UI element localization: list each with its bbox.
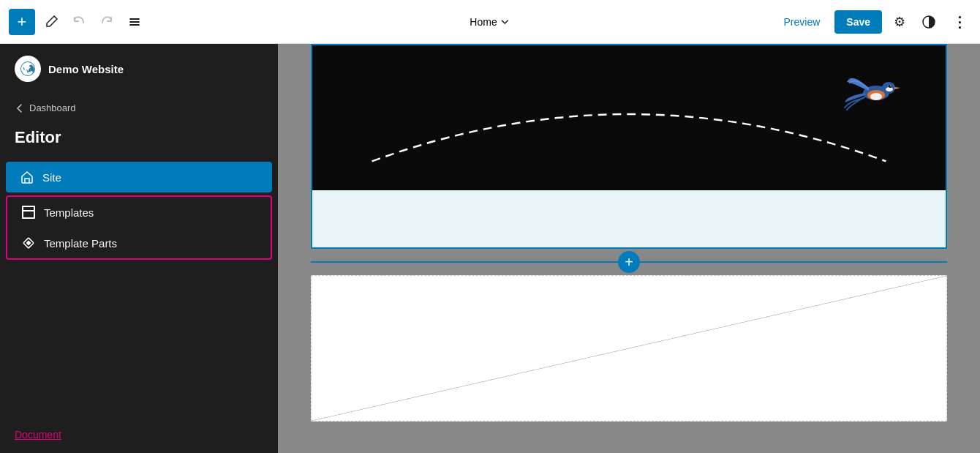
back-label: Dashboard <box>29 102 76 113</box>
sidebar-item-label: Template Parts <box>44 237 117 250</box>
more-options-button[interactable]: ⋮ <box>948 9 971 35</box>
svg-point-11 <box>886 87 893 91</box>
svg-point-13 <box>890 86 891 86</box>
canvas-wrapper: + <box>311 44 947 422</box>
wp-logo[interactable] <box>15 56 41 82</box>
more-icon: ⋮ <box>952 13 967 31</box>
chevron-down-icon <box>500 17 510 27</box>
settings-button[interactable]: ⚙ <box>889 10 910 34</box>
pencil-icon <box>44 15 59 29</box>
sidebar-title: Editor <box>0 121 278 162</box>
pencil-button[interactable] <box>39 10 63 34</box>
list-icon <box>127 15 142 29</box>
sidebar-item-template-parts[interactable]: Template Parts <box>7 228 271 258</box>
chevron-left-icon <box>15 103 25 113</box>
canvas-empty-block[interactable] <box>311 275 947 422</box>
add-block-row: + <box>311 249 947 275</box>
preview-button[interactable]: Preview <box>777 12 828 32</box>
sidebar-item-label: Templates <box>44 206 94 219</box>
sidebar-footer: Document <box>0 416 278 453</box>
templates-icon <box>22 206 35 219</box>
add-block-button[interactable]: + <box>9 9 35 35</box>
svg-point-10 <box>870 93 882 100</box>
back-dashboard[interactable]: Dashboard <box>0 88 278 121</box>
sidebar-item-label: Site <box>42 171 61 184</box>
add-block-line-right <box>640 261 947 263</box>
canvas-hero[interactable] <box>311 44 947 190</box>
sidebar-nav-group: Templates Template Parts <box>6 195 272 260</box>
page-selector[interactable]: Home <box>464 13 516 31</box>
settings-icon: ⚙ <box>894 14 905 30</box>
toolbar-left: + <box>9 9 146 35</box>
sidebar-item-site[interactable]: Site <box>6 162 272 192</box>
save-button[interactable]: Save <box>834 10 882 34</box>
canvas-content[interactable] <box>311 190 947 249</box>
add-block-line-left <box>311 261 618 263</box>
diamond-icon <box>22 236 35 250</box>
svg-point-12 <box>889 85 892 88</box>
add-block-button-canvas[interactable]: + <box>618 251 640 273</box>
redo-button[interactable] <box>95 10 118 34</box>
sidebar-spacer <box>0 263 278 416</box>
sidebar-item-templates[interactable]: Templates <box>7 197 271 228</box>
home-icon <box>20 171 34 184</box>
bird-image <box>843 67 902 111</box>
site-name: Demo Website <box>48 63 124 75</box>
undo-icon <box>72 15 86 29</box>
canvas-area: + <box>278 44 980 453</box>
svg-rect-6 <box>26 240 31 245</box>
sidebar: Demo Website Dashboard Editor Site Templ… <box>0 44 278 453</box>
toolbar-center: Home <box>464 13 516 31</box>
list-view-button[interactable] <box>123 10 146 34</box>
toolbar-right: Preview Save ⚙ ⋮ <box>777 9 972 35</box>
toolbar: + Home <box>0 0 980 44</box>
contrast-button[interactable] <box>917 10 941 34</box>
site-header: Demo Website <box>0 44 278 88</box>
document-link[interactable]: Document <box>15 429 61 441</box>
undo-button[interactable] <box>67 10 91 34</box>
contrast-icon <box>921 15 936 29</box>
main-layout: Demo Website Dashboard Editor Site Templ… <box>0 44 980 453</box>
redo-icon <box>99 15 114 29</box>
page-name: Home <box>470 16 497 28</box>
